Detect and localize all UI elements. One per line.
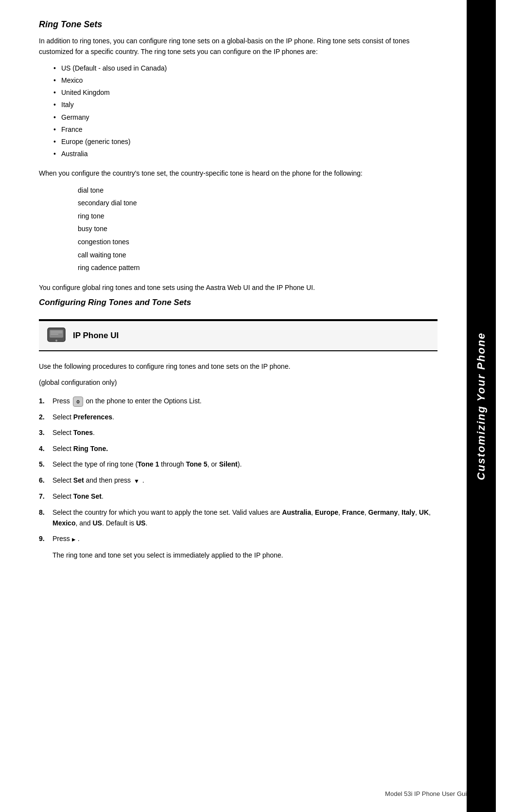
step-8-bold3: France (342, 508, 365, 516)
step-8-bold7: Mexico (52, 519, 75, 527)
step-8-bold6: UK (419, 508, 429, 516)
right-arrow-icon (71, 534, 77, 544)
step-6: 6. Select Set and then press . (39, 475, 438, 486)
step-4-bold: Ring Tone. (73, 445, 108, 452)
ring-tone-sets-title: Ring Tone Sets (39, 19, 438, 30)
step-7: 7. Select Tone Set. (39, 491, 438, 502)
step-5-bold1: Tone 1 (138, 460, 159, 468)
list-item: Australia (53, 148, 438, 160)
step-2-content: Select Preferences. (52, 412, 438, 422)
step-3: 3. Select Tones. (39, 427, 438, 438)
svg-rect-1 (50, 330, 63, 338)
step-9: 9. Press. (39, 533, 438, 544)
step-8: 8. Select the country for which you want… (39, 507, 438, 529)
list-item: Europe (generic tones) (53, 136, 438, 148)
step-5-bold2: Tone 5 (186, 460, 207, 468)
step-6-bold: Set (73, 476, 84, 484)
bullet-list: US (Default - also used in Canada) Mexic… (53, 62, 438, 161)
main-content: Ring Tone Sets In addition to ring tones… (0, 0, 467, 812)
configuring-intro: Use the following procedures to configur… (39, 361, 438, 372)
tone-item: dial tone (78, 184, 438, 197)
options-button-icon: ⌽ (73, 397, 83, 407)
step-7-bold: Tone Set (73, 492, 102, 500)
step-9-content: Press. (52, 533, 438, 544)
step-3-number: 3. (39, 427, 52, 438)
step-4-content: Select Ring Tone. (52, 443, 438, 454)
step-3-content: Select Tones. (52, 427, 438, 438)
step-9-subtext: The ring tone and tone set you select is… (52, 550, 438, 560)
tone-item: ring tone (78, 210, 438, 223)
step-4-number: 4. (39, 443, 52, 454)
step-1: 1. Press ⌽ on the phone to enter the Opt… (39, 396, 438, 407)
step-2: 2. Select Preferences. (39, 412, 438, 422)
tone-item: busy tone (78, 222, 438, 235)
list-item: US (Default - also used in Canada) (53, 62, 438, 74)
tone-item: call waiting tone (78, 249, 438, 262)
step-8-bold2: Europe (315, 508, 338, 516)
tone-list: dial tone secondary dial tone ring tone … (78, 184, 438, 274)
step-5-bold3: Silent (219, 460, 238, 468)
step-9-number: 9. (39, 533, 52, 544)
step-7-content: Select Tone Set. (52, 491, 438, 502)
sidebar-right: Customizing Your Phone (467, 0, 496, 812)
step-7-number: 7. (39, 491, 52, 502)
numbered-steps: 1. Press ⌽ on the phone to enter the Opt… (39, 396, 438, 560)
step-8-bold4: Germany (368, 508, 398, 516)
list-item: United Kingdom (53, 87, 438, 99)
step-8-number: 8. (39, 507, 52, 529)
step-6-number: 6. (39, 475, 52, 486)
step-5-number: 5. (39, 459, 52, 469)
tone-item: ring cadence pattern (78, 261, 438, 274)
list-item: Germany (53, 111, 438, 124)
step-6-content: Select Set and then press . (52, 475, 438, 486)
configuring-section-title: Configuring Ring Tones and Tone Sets (39, 298, 438, 307)
step-5: 5. Select the type of ring tone (Tone 1 … (39, 459, 438, 469)
svg-point-2 (55, 340, 57, 342)
tone-intro: When you configure the country's tone se… (39, 168, 438, 179)
list-item: Italy (53, 99, 438, 111)
config-note: You configure global ring tones and tone… (39, 282, 438, 293)
down-arrow-icon (134, 475, 140, 486)
step-4: 4. Select Ring Tone. (39, 443, 438, 454)
ip-phone-ui-box: IP Phone UI (39, 320, 438, 351)
step-5-content: Select the type of ring tone (Tone 1 thr… (52, 459, 438, 469)
step-2-number: 2. (39, 412, 52, 422)
list-item: Mexico (53, 74, 438, 87)
ip-phone-ui-label: IP Phone UI (73, 331, 119, 341)
ring-tone-sets-intro: In addition to ring tones, you can confi… (39, 36, 438, 57)
step-8-bold9: US (136, 519, 145, 527)
step-1-content: Press ⌽ on the phone to enter the Option… (52, 396, 438, 407)
tone-item: congestion tones (78, 235, 438, 249)
step-8-bold1: Aus­tralia (282, 508, 311, 516)
page-container: Ring Tone Sets In addition to ring tones… (0, 0, 525, 812)
step-8-bold8: US (93, 519, 102, 527)
list-item: France (53, 124, 438, 136)
step-3-bold: Tones (73, 429, 93, 436)
phone-icon (47, 327, 66, 344)
step-8-bold5: Italy (402, 508, 415, 516)
configuring-intro-sub: (global configuration only) (39, 377, 438, 388)
footer-text: Model 53i IP Phone User Guide (385, 790, 474, 797)
step-2-bold: Preferences (73, 413, 112, 421)
tone-item: secondary dial tone (78, 197, 438, 210)
step-1-number: 1. (39, 396, 52, 407)
sidebar-text: Customizing Your Phone (475, 332, 488, 480)
step-8-content: Select the country for which you want to… (52, 507, 438, 529)
